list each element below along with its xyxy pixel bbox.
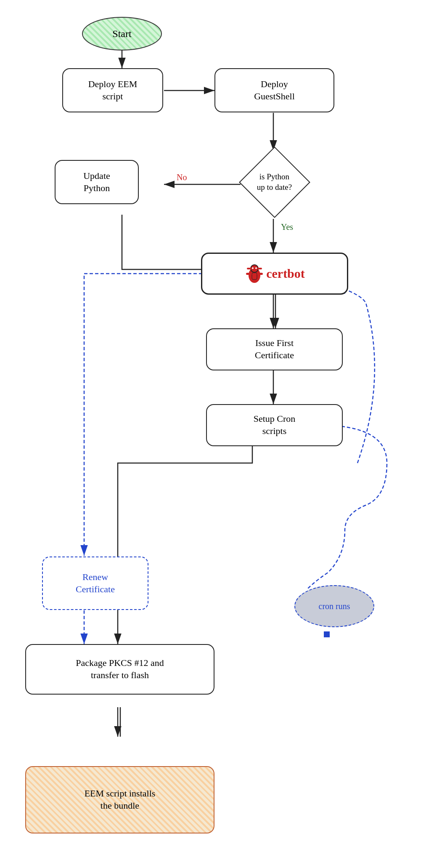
svg-rect-20 <box>252 273 257 280</box>
start-node: Start <box>82 17 162 51</box>
issue-cert-label: Issue FirstCertificate <box>255 337 294 361</box>
svg-point-18 <box>252 267 254 269</box>
svg-rect-21 <box>246 273 252 275</box>
cron-runs-label: cron runs <box>319 602 350 611</box>
renew-cert-label: RenewCertificate <box>76 571 115 595</box>
svg-rect-22 <box>257 273 263 275</box>
certbot-icon <box>244 262 265 285</box>
setup-cron-node: Setup Cronscripts <box>206 404 343 446</box>
deploy-eem-label: Deploy EEMscript <box>88 78 138 102</box>
deploy-guestshell-label: DeployGuestShell <box>254 78 295 102</box>
no-label: No <box>177 173 187 182</box>
eem-installs-label: EEM script installsthe bundle <box>85 788 156 812</box>
svg-rect-16 <box>247 268 252 269</box>
yes-label: Yes <box>281 222 293 232</box>
cron-dot <box>324 631 330 637</box>
renew-cert-node: RenewCertificate <box>42 556 148 610</box>
setup-cron-label: Setup Cronscripts <box>254 413 296 437</box>
start-label: Start <box>112 28 131 40</box>
eem-installs-node: EEM script installsthe bundle <box>25 766 214 833</box>
svg-rect-17 <box>257 268 262 269</box>
deploy-eem-node: Deploy EEMscript <box>62 68 163 112</box>
cron-runs-node: cron runs <box>294 585 374 627</box>
update-python-label: UpdatePython <box>83 170 110 194</box>
certbot-label: certbot <box>266 266 305 281</box>
update-python-node: UpdatePython <box>55 160 139 204</box>
svg-point-19 <box>255 267 257 269</box>
issue-cert-node: Issue FirstCertificate <box>206 328 343 370</box>
certbot-node: certbot <box>201 253 348 295</box>
deploy-guestshell-node: DeployGuestShell <box>214 68 334 112</box>
python-check-node: is Pythonup to date? <box>240 147 309 217</box>
python-check-label: is Pythonup to date? <box>257 172 292 192</box>
package-pkcs-label: Package PKCS #12 andtransfer to flash <box>76 657 164 681</box>
flowchart-diagram: Start Deploy EEMscript DeployGuestShell … <box>0 0 434 868</box>
package-pkcs-node: Package PKCS #12 andtransfer to flash <box>25 644 214 695</box>
